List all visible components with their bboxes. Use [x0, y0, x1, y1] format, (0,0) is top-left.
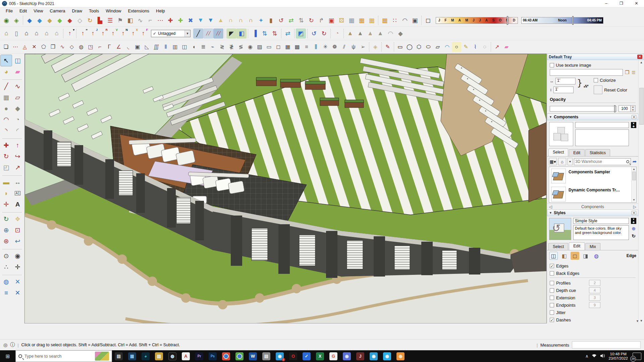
edge-checkbox[interactable]	[550, 271, 554, 276]
shadow-toggle-icon[interactable]: ◻	[423, 15, 433, 25]
background-settings-icon[interactable]: ◻	[571, 252, 579, 260]
unglue-equal-icon[interactable]: ↑=	[78, 28, 88, 39]
shell-orange-icon[interactable]: ↻	[85, 15, 95, 25]
text-tool[interactable]: A1	[12, 188, 23, 199]
window-grid-icon[interactable]: ▦	[283, 42, 292, 52]
scroll-thumb[interactable]	[632, 172, 636, 180]
tray-title-bar[interactable]: Default Tray ✕	[547, 54, 644, 60]
diag-arrow-icon[interactable]: ⇄	[283, 28, 293, 39]
file-explorer-icon[interactable]: ▤	[152, 350, 166, 362]
box-dots-icon[interactable]: ◳	[86, 42, 95, 52]
photoshop-icon[interactable]: Ps	[206, 350, 219, 362]
polygon-tool-icon[interactable]: ⬡	[414, 42, 424, 52]
edge-checkbox[interactable]	[550, 303, 554, 307]
unglue-n-icon[interactable]: ↑N	[118, 28, 128, 39]
sandbox-from-scratch-icon[interactable]: ◈	[371, 42, 380, 52]
rectangle-tool-icon[interactable]: ▭	[395, 42, 405, 52]
pencil-sketch-icon[interactable]: ✎	[461, 42, 471, 52]
previous-view-tool[interactable]: ↩	[12, 236, 23, 247]
components-tab[interactable]: Select	[548, 148, 568, 156]
update-style-icon[interactable]: ↻	[632, 233, 636, 239]
home-icon[interactable]: ⌂	[558, 158, 566, 165]
circle-tool[interactable]: ●	[1, 103, 12, 114]
style-pencil-icon[interactable]: ✎	[383, 42, 392, 52]
box-swap-icon[interactable]: ⇅	[296, 15, 306, 25]
taskbar-clock[interactable]: 10:48 PM 23/07/2022	[608, 352, 628, 361]
tag-dropdown-arrow-icon[interactable]: ▼	[184, 30, 190, 37]
polyline-blue-icon[interactable]: ⌇	[471, 42, 480, 52]
roof-tile-icon[interactable]: ▨	[255, 42, 264, 52]
house-shed-icon[interactable]: ⌂	[52, 28, 62, 39]
maximize-button[interactable]: ❐	[614, 0, 629, 7]
component-list-item[interactable]: Dynamic Components Tr…	[549, 185, 636, 203]
word-icon[interactable]: W	[246, 350, 260, 362]
arrow-poly-icon[interactable]: ➢	[358, 42, 368, 52]
opera-icon[interactable]: O	[286, 350, 300, 362]
face-cut-icon[interactable]: ◬	[20, 42, 30, 52]
plus-green-icon[interactable]: ✚	[175, 15, 185, 25]
tray-close-icon[interactable]: ✕	[637, 55, 642, 59]
menu-item[interactable]: Tools	[86, 8, 102, 14]
rotate-tool[interactable]: ↻	[1, 151, 12, 162]
components-tab[interactable]: Edit	[569, 149, 585, 156]
prism-icon[interactable]: ▲	[216, 15, 226, 25]
wrap-cyl-icon[interactable]: ◍	[76, 42, 86, 52]
tag-dropdown[interactable]: ✓ Untagged ▼	[151, 30, 191, 37]
taskbar-search[interactable]: Type here to search	[15, 350, 112, 362]
bowtie-icon[interactable]: ◩	[296, 28, 306, 39]
edit-texture-icon[interactable]: ≣	[631, 69, 636, 75]
warehouse-search-input[interactable]	[575, 159, 626, 164]
quad-face-tan-icon[interactable]: ◆	[45, 15, 55, 25]
collection-folder-icon[interactable]	[551, 169, 566, 183]
window-panel-icon[interactable]: ▭	[264, 42, 274, 52]
zoom-window-tool[interactable]: ⊡	[12, 225, 23, 236]
two-point-arc-tool[interactable]: ◝	[1, 125, 12, 136]
measurements-input[interactable]	[572, 341, 641, 349]
zoom-extents-tool[interactable]: ⊛	[1, 236, 12, 247]
component-name-input[interactable]	[575, 122, 629, 128]
face-settings-icon[interactable]: ◧	[560, 252, 569, 260]
move-red-arrow-icon[interactable]: ↗	[492, 42, 502, 52]
teams-compass-icon[interactable]: ◉	[380, 350, 394, 362]
menu-item[interactable]: Edit	[16, 8, 30, 14]
table-rows-icon[interactable]: ☰	[105, 15, 115, 25]
door-frame-icon[interactable]: ◻	[274, 42, 283, 52]
hidden-icons-chevron-icon[interactable]: ∧	[585, 354, 589, 359]
edge-checkbox[interactable]: ✓	[550, 318, 554, 322]
menu-item[interactable]: View	[31, 8, 46, 14]
styles-tab[interactable]: Select	[548, 243, 568, 250]
minimize-button[interactable]: –	[599, 0, 614, 7]
extrude-page-icon[interactable]: ❏	[1, 42, 11, 52]
tray-scroll-thumb[interactable]	[639, 88, 644, 125]
freehand-tool[interactable]: ∿	[12, 81, 23, 92]
corner-red-icon[interactable]: ▙	[95, 15, 105, 25]
stair-flat-icon[interactable]: ≷	[217, 42, 227, 52]
axes-tool[interactable]: ✛	[1, 199, 12, 210]
geolocation-icon[interactable]: ◎	[3, 342, 7, 348]
roof-red-icon[interactable]: ◆	[65, 15, 75, 25]
component-list-item[interactable]: Components Sampler	[549, 167, 636, 185]
wall-hand-icon[interactable]: ▥	[170, 42, 180, 52]
modeling-settings-icon[interactable]: ◍	[592, 252, 601, 260]
next-collection-icon[interactable]: ▷	[633, 204, 636, 209]
three-point-arc-tool[interactable]: ◜	[12, 125, 23, 136]
arc-blue-icon[interactable]: ◠	[442, 42, 452, 52]
artisan-subdivide-icon[interactable]: ◈	[11, 15, 21, 25]
curve-band-icon[interactable]: ∿	[58, 42, 67, 52]
component-description-input[interactable]	[575, 129, 629, 146]
tray-scroll-down-icon[interactable]: ▼	[640, 318, 643, 323]
push-pull-tool[interactable]: ↑	[12, 140, 23, 151]
unglue-v-icon[interactable]: ↑V	[108, 28, 118, 39]
unglue-j-icon[interactable]: ↑J	[88, 28, 98, 39]
use-texture-checkbox[interactable]	[550, 63, 554, 67]
eraser-tool[interactable]: ▰	[12, 66, 23, 77]
eraser-pink-icon[interactable]: ▰	[502, 42, 511, 52]
zoom-tool[interactable]: ⊕	[1, 225, 12, 236]
look-around-tool[interactable]: ◉	[12, 250, 23, 261]
grid-orange-2-icon[interactable]: ▦	[367, 15, 377, 25]
bezier-points-icon[interactable]: ⋯	[155, 15, 165, 25]
plus-red-icon[interactable]: ✚	[165, 15, 175, 25]
components-close-icon[interactable]: ✕	[632, 115, 636, 119]
pie-tool[interactable]: ◔	[12, 114, 23, 125]
box-rotate-icon[interactable]: ↻	[306, 15, 316, 25]
